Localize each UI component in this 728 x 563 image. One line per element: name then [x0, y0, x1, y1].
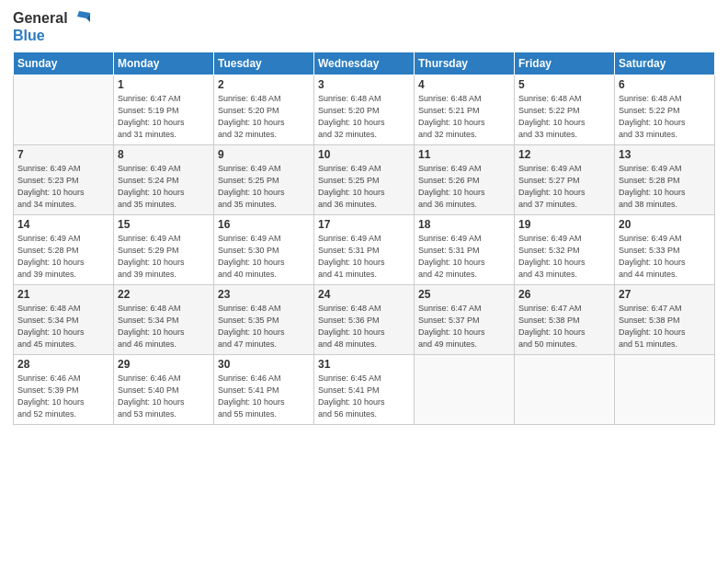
- logo-bird-icon: [70, 9, 90, 28]
- day-info: Sunrise: 6:49 AM Sunset: 5:31 PM Dayligh…: [418, 233, 510, 281]
- day-info: Sunrise: 6:49 AM Sunset: 5:32 PM Dayligh…: [518, 233, 610, 281]
- calendar-table: SundayMondayTuesdayWednesdayThursdayFrid…: [13, 52, 715, 425]
- calendar-cell: 21Sunrise: 6:48 AM Sunset: 5:34 PM Dayli…: [14, 284, 114, 354]
- weekday-header-sunday: Sunday: [14, 52, 114, 75]
- weekday-header-tuesday: Tuesday: [214, 52, 314, 75]
- day-info: Sunrise: 6:49 AM Sunset: 5:27 PM Dayligh…: [518, 163, 610, 211]
- day-info: Sunrise: 6:48 AM Sunset: 5:34 PM Dayligh…: [17, 303, 109, 350]
- day-info: Sunrise: 6:46 AM Sunset: 5:40 PM Dayligh…: [118, 373, 210, 420]
- day-info: Sunrise: 6:49 AM Sunset: 5:24 PM Dayligh…: [118, 163, 210, 211]
- calendar-week-row: 21Sunrise: 6:48 AM Sunset: 5:34 PM Dayli…: [14, 284, 715, 354]
- day-number: 18: [418, 218, 510, 231]
- day-number: 12: [518, 148, 610, 161]
- day-info: Sunrise: 6:48 AM Sunset: 5:20 PM Dayligh…: [218, 93, 310, 141]
- day-info: Sunrise: 6:47 AM Sunset: 5:37 PM Dayligh…: [418, 303, 510, 350]
- calendar-cell: 12Sunrise: 6:49 AM Sunset: 5:27 PM Dayli…: [515, 144, 615, 214]
- calendar-cell: 8Sunrise: 6:49 AM Sunset: 5:24 PM Daylig…: [114, 144, 214, 214]
- calendar-cell: 26Sunrise: 6:47 AM Sunset: 5:38 PM Dayli…: [515, 284, 615, 354]
- day-info: Sunrise: 6:48 AM Sunset: 5:22 PM Dayligh…: [518, 93, 610, 141]
- day-number: 19: [518, 218, 610, 231]
- calendar-cell: 18Sunrise: 6:49 AM Sunset: 5:31 PM Dayli…: [415, 214, 515, 284]
- day-number: 5: [518, 78, 610, 91]
- calendar-week-row: 28Sunrise: 6:46 AM Sunset: 5:39 PM Dayli…: [14, 354, 715, 424]
- calendar-cell: 16Sunrise: 6:49 AM Sunset: 5:30 PM Dayli…: [214, 214, 314, 284]
- day-info: Sunrise: 6:49 AM Sunset: 5:33 PM Dayligh…: [619, 233, 711, 281]
- calendar-cell: 14Sunrise: 6:49 AM Sunset: 5:28 PM Dayli…: [14, 214, 114, 284]
- calendar-cell: [615, 354, 715, 424]
- calendar-cell: [515, 354, 615, 424]
- day-info: Sunrise: 6:49 AM Sunset: 5:25 PM Dayligh…: [218, 163, 310, 211]
- calendar-cell: [415, 354, 515, 424]
- calendar-cell: 30Sunrise: 6:46 AM Sunset: 5:41 PM Dayli…: [214, 354, 314, 424]
- day-info: Sunrise: 6:47 AM Sunset: 5:19 PM Dayligh…: [118, 93, 210, 141]
- calendar-cell: 19Sunrise: 6:49 AM Sunset: 5:32 PM Dayli…: [515, 214, 615, 284]
- calendar-cell: 13Sunrise: 6:49 AM Sunset: 5:28 PM Dayli…: [615, 144, 715, 214]
- day-number: 23: [218, 288, 310, 301]
- calendar-cell: 27Sunrise: 6:47 AM Sunset: 5:38 PM Dayli…: [615, 284, 715, 354]
- day-number: 24: [318, 288, 410, 301]
- day-info: Sunrise: 6:46 AM Sunset: 5:39 PM Dayligh…: [17, 373, 109, 420]
- day-number: 29: [118, 358, 210, 371]
- day-number: 11: [418, 148, 510, 161]
- calendar-cell: 11Sunrise: 6:49 AM Sunset: 5:26 PM Dayli…: [415, 144, 515, 214]
- calendar-cell: 17Sunrise: 6:49 AM Sunset: 5:31 PM Dayli…: [314, 214, 415, 284]
- day-number: 26: [518, 288, 610, 301]
- day-info: Sunrise: 6:48 AM Sunset: 5:36 PM Dayligh…: [318, 303, 410, 350]
- day-number: 20: [619, 218, 711, 231]
- day-info: Sunrise: 6:49 AM Sunset: 5:23 PM Dayligh…: [17, 163, 109, 211]
- weekday-header-wednesday: Wednesday: [314, 52, 415, 75]
- logo: General Blue: [13, 9, 90, 44]
- calendar-cell: 9Sunrise: 6:49 AM Sunset: 5:25 PM Daylig…: [214, 144, 314, 214]
- day-info: Sunrise: 6:49 AM Sunset: 5:31 PM Dayligh…: [318, 233, 410, 281]
- day-number: 15: [118, 218, 210, 231]
- day-number: 31: [318, 358, 410, 371]
- page-header: General Blue: [13, 9, 715, 44]
- logo-blue-text: Blue: [13, 28, 90, 44]
- logo-container: General Blue: [13, 9, 90, 44]
- calendar-header: SundayMondayTuesdayWednesdayThursdayFrid…: [14, 52, 715, 75]
- day-number: 30: [218, 358, 310, 371]
- calendar-cell: 15Sunrise: 6:49 AM Sunset: 5:29 PM Dayli…: [114, 214, 214, 284]
- day-number: 28: [17, 358, 109, 371]
- calendar-cell: 2Sunrise: 6:48 AM Sunset: 5:20 PM Daylig…: [214, 75, 314, 144]
- calendar-body: 1Sunrise: 6:47 AM Sunset: 5:19 PM Daylig…: [14, 75, 715, 424]
- day-number: 21: [17, 288, 109, 301]
- day-info: Sunrise: 6:48 AM Sunset: 5:21 PM Dayligh…: [418, 93, 510, 141]
- day-number: 9: [218, 148, 310, 161]
- day-number: 4: [418, 78, 510, 91]
- day-number: 22: [118, 288, 210, 301]
- day-number: 25: [418, 288, 510, 301]
- calendar-cell: 29Sunrise: 6:46 AM Sunset: 5:40 PM Dayli…: [114, 354, 214, 424]
- day-number: 16: [218, 218, 310, 231]
- calendar-cell: 25Sunrise: 6:47 AM Sunset: 5:37 PM Dayli…: [415, 284, 515, 354]
- calendar-cell: 28Sunrise: 6:46 AM Sunset: 5:39 PM Dayli…: [14, 354, 114, 424]
- day-info: Sunrise: 6:49 AM Sunset: 5:30 PM Dayligh…: [218, 233, 310, 281]
- day-number: 2: [218, 78, 310, 91]
- calendar-cell: 7Sunrise: 6:49 AM Sunset: 5:23 PM Daylig…: [14, 144, 114, 214]
- weekday-header-monday: Monday: [114, 52, 214, 75]
- day-info: Sunrise: 6:49 AM Sunset: 5:25 PM Dayligh…: [318, 163, 410, 211]
- day-info: Sunrise: 6:45 AM Sunset: 5:41 PM Dayligh…: [318, 373, 410, 420]
- day-info: Sunrise: 6:48 AM Sunset: 5:20 PM Dayligh…: [318, 93, 410, 141]
- day-number: 8: [118, 148, 210, 161]
- day-number: 27: [619, 288, 711, 301]
- day-info: Sunrise: 6:49 AM Sunset: 5:28 PM Dayligh…: [17, 233, 109, 281]
- day-number: 1: [118, 78, 210, 91]
- day-number: 6: [619, 78, 711, 91]
- calendar-week-row: 1Sunrise: 6:47 AM Sunset: 5:19 PM Daylig…: [14, 75, 715, 144]
- calendar-cell: 4Sunrise: 6:48 AM Sunset: 5:21 PM Daylig…: [415, 75, 515, 144]
- day-number: 7: [17, 148, 109, 161]
- day-info: Sunrise: 6:49 AM Sunset: 5:29 PM Dayligh…: [118, 233, 210, 281]
- calendar-cell: 22Sunrise: 6:48 AM Sunset: 5:34 PM Dayli…: [114, 284, 214, 354]
- day-info: Sunrise: 6:48 AM Sunset: 5:22 PM Dayligh…: [619, 93, 711, 141]
- calendar-week-row: 7Sunrise: 6:49 AM Sunset: 5:23 PM Daylig…: [14, 144, 715, 214]
- day-number: 13: [619, 148, 711, 161]
- day-info: Sunrise: 6:49 AM Sunset: 5:26 PM Dayligh…: [418, 163, 510, 211]
- calendar-cell: 1Sunrise: 6:47 AM Sunset: 5:19 PM Daylig…: [114, 75, 214, 144]
- calendar-week-row: 14Sunrise: 6:49 AM Sunset: 5:28 PM Dayli…: [14, 214, 715, 284]
- calendar-cell: 24Sunrise: 6:48 AM Sunset: 5:36 PM Dayli…: [314, 284, 415, 354]
- logo-general-text: General: [13, 10, 68, 27]
- weekday-header-saturday: Saturday: [615, 52, 715, 75]
- calendar-cell: 6Sunrise: 6:48 AM Sunset: 5:22 PM Daylig…: [615, 75, 715, 144]
- day-info: Sunrise: 6:47 AM Sunset: 5:38 PM Dayligh…: [619, 303, 711, 350]
